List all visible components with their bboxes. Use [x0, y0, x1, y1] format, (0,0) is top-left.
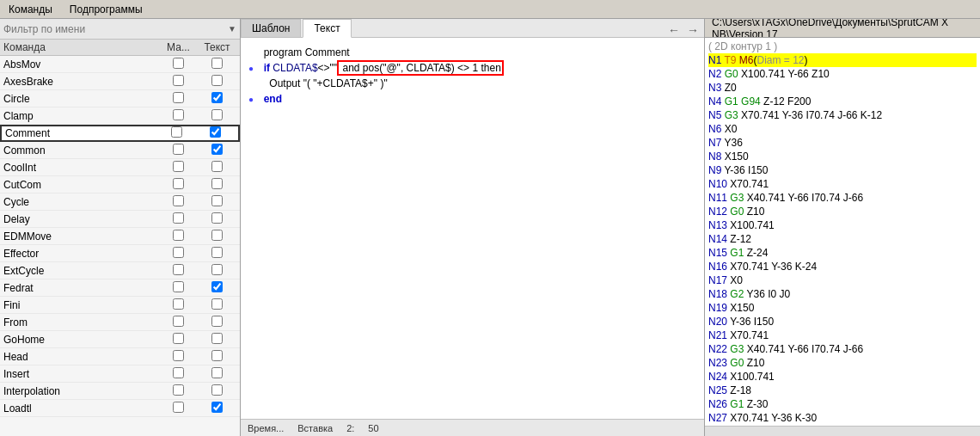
command-ma-check[interactable] — [159, 350, 198, 364]
code-text-4: end — [258, 93, 701, 105]
command-row[interactable]: Insert — [0, 365, 240, 383]
command-ma-check[interactable] — [159, 109, 198, 123]
command-ma-check[interactable] — [159, 402, 198, 415]
command-ma-check[interactable] — [159, 333, 198, 347]
command-table: Команда Ма... Текст AbsMovAxesBrakeCircl… — [0, 40, 240, 436]
command-name: Fedrat — [3, 282, 159, 294]
command-row[interactable]: CutCom — [0, 176, 240, 193]
code-text-1: program Comment — [258, 46, 701, 58]
command-text-check[interactable] — [198, 92, 236, 106]
code-dot-2: ● — [244, 64, 258, 73]
command-text-check[interactable] — [198, 195, 236, 209]
command-row[interactable]: Cycle — [0, 193, 240, 211]
command-ma-check[interactable] — [159, 92, 198, 106]
command-row[interactable]: ExtCycle — [0, 262, 240, 279]
command-ma-check[interactable] — [159, 178, 198, 192]
command-name: Insert — [3, 368, 159, 380]
nc-line: N19 X150 — [708, 301, 977, 315]
filter-bar: ▼ — [0, 19, 240, 40]
command-text-check[interactable] — [198, 384, 236, 398]
command-row[interactable]: GoHome — [0, 331, 240, 348]
command-row[interactable]: EDMMove — [0, 228, 240, 245]
command-text-check[interactable] — [198, 350, 236, 364]
command-ma-check[interactable] — [159, 230, 198, 243]
command-row[interactable]: Interpolation — [0, 383, 240, 400]
tab-nav-left[interactable]: ← — [666, 23, 682, 37]
command-ma-check[interactable] — [159, 367, 198, 381]
command-text-check[interactable] — [198, 316, 236, 329]
command-text-check[interactable] — [198, 109, 236, 123]
command-name: Effector — [3, 248, 159, 260]
nc-line: N2 G0 X100.741 Y-66 Z10 — [708, 67, 977, 81]
command-text-check[interactable] — [198, 264, 236, 278]
command-row[interactable]: Fedrat — [0, 279, 240, 297]
command-row[interactable]: Common — [0, 142, 240, 159]
command-name: From — [3, 316, 159, 329]
menu-bar: Команды Подпрограммы — [0, 0, 980, 19]
command-ma-check[interactable] — [159, 58, 198, 71]
tab-text[interactable]: Текст — [303, 19, 351, 38]
command-text-check[interactable] — [198, 161, 236, 175]
command-text-check[interactable] — [198, 75, 236, 89]
menu-subroutines[interactable]: Подпрограммы — [64, 2, 148, 17]
command-text-check[interactable] — [198, 402, 236, 415]
command-ma-check[interactable] — [159, 384, 198, 398]
command-row[interactable]: Loadtl — [0, 400, 240, 417]
command-ma-check[interactable] — [159, 144, 198, 157]
menu-commands[interactable]: Команды — [3, 2, 58, 17]
command-row[interactable]: Delay — [0, 211, 240, 228]
command-name: GoHome — [3, 334, 159, 346]
nc-line: N9 Y-36 I150 — [708, 163, 977, 177]
command-ma-check[interactable] — [159, 247, 198, 261]
command-text-check[interactable] — [198, 247, 236, 261]
command-text-check[interactable] — [198, 178, 236, 192]
command-rows-container: AbsMovAxesBrakeCircleClampCommentCommonC… — [0, 56, 240, 417]
command-name: Delay — [3, 213, 159, 225]
tab-nav-right[interactable]: → — [685, 23, 701, 37]
command-row[interactable]: Effector — [0, 245, 240, 262]
command-text-check[interactable] — [198, 144, 236, 157]
nc-line: N6 X0 — [708, 122, 977, 136]
code-editor[interactable]: program Comment ● if CLDATA$<>"" and pos… — [241, 38, 704, 419]
command-ma-check[interactable] — [157, 126, 196, 140]
command-text-check[interactable] — [196, 126, 235, 140]
right-scrollbar[interactable] — [705, 426, 980, 436]
code-line-1: program Comment — [244, 45, 701, 60]
command-row[interactable]: From — [0, 314, 240, 331]
command-ma-check[interactable] — [159, 212, 198, 226]
code-line-2: ● if CLDATA$<>"" and pos("@", CLDATA$) <… — [244, 60, 701, 76]
command-ma-check[interactable] — [159, 195, 198, 209]
filter-input[interactable] — [3, 23, 228, 35]
code-text-2: if CLDATA$<>"" and pos("@", CLDATA$) <> … — [258, 62, 701, 74]
command-name: Clamp — [3, 110, 159, 122]
command-name: Fini — [3, 299, 159, 311]
command-row[interactable]: CoolInt — [0, 159, 240, 176]
command-text-check[interactable] — [198, 367, 236, 381]
command-row[interactable]: Circle — [0, 90, 240, 107]
command-text-check[interactable] — [198, 281, 236, 295]
command-ma-check[interactable] — [159, 298, 198, 312]
nc-code-area[interactable]: ( 2D контур 1 )N1 T9 M6(Diam = 12)N2 G0 … — [705, 38, 980, 426]
nc-line: N11 G3 X40.741 Y-66 I70.74 J-66 — [708, 191, 977, 205]
command-ma-check[interactable] — [159, 316, 198, 329]
nc-line: N27 X70.741 Y-36 K-30 — [708, 411, 977, 425]
command-row[interactable]: Comment — [0, 125, 240, 142]
command-row[interactable]: Head — [0, 348, 240, 365]
command-ma-check[interactable] — [159, 281, 198, 295]
command-ma-check[interactable] — [159, 75, 198, 89]
command-row[interactable]: AxesBrake — [0, 73, 240, 90]
tab-template[interactable]: Шаблон — [241, 19, 301, 37]
code-line-4: ● end — [244, 91, 701, 107]
command-row[interactable]: Clamp — [0, 107, 240, 125]
nc-line: N23 G0 Z10 — [708, 356, 977, 370]
command-text-check[interactable] — [198, 298, 236, 312]
command-text-check[interactable] — [198, 333, 236, 347]
command-text-check[interactable] — [198, 212, 236, 226]
command-text-check[interactable] — [198, 58, 236, 71]
command-ma-check[interactable] — [159, 264, 198, 278]
command-row[interactable]: Fini — [0, 297, 240, 314]
command-ma-check[interactable] — [159, 161, 198, 175]
command-row[interactable]: AbsMov — [0, 56, 240, 73]
middle-panel: Шаблон Текст ← → program Comment ● if CL… — [241, 19, 705, 436]
command-text-check[interactable] — [198, 230, 236, 243]
